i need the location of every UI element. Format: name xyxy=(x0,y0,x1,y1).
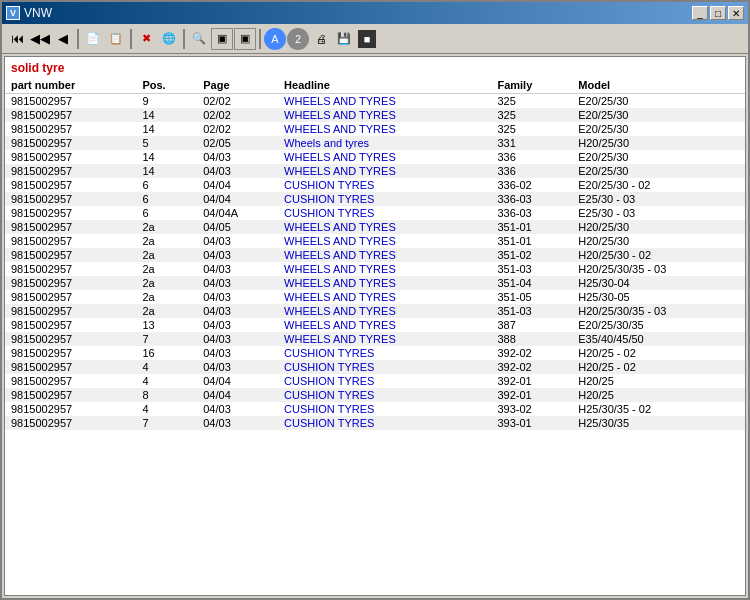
col-part-number: part number xyxy=(5,77,136,94)
cell-part: 9815002957 xyxy=(5,192,136,206)
cell-headline[interactable]: CUSHION TYRES xyxy=(278,416,491,430)
cell-model: H20/25/30 - 02 xyxy=(572,248,745,262)
cell-model: E20/25/30 xyxy=(572,108,745,122)
save-button[interactable]: 💾 xyxy=(333,28,355,50)
stop-button[interactable]: ■ xyxy=(358,30,376,48)
zoom2-button[interactable]: ▣ xyxy=(211,28,233,50)
at1-button[interactable]: A xyxy=(264,28,286,50)
cell-part: 9815002957 xyxy=(5,150,136,164)
table-row: 9815002957404/04CUSHION TYRES392-01H20/2… xyxy=(5,374,745,388)
cell-headline[interactable]: WHEELS AND TYRES xyxy=(278,248,491,262)
cell-pos: 6 xyxy=(136,192,197,206)
nav1-button[interactable]: 📄 xyxy=(82,28,104,50)
cell-model: H20/25/30 xyxy=(572,234,745,248)
table-row: 98150029572a04/03WHEELS AND TYRES351-03H… xyxy=(5,262,745,276)
table-header-row: part number Pos. Page Headline Family Mo… xyxy=(5,77,745,94)
cell-headline[interactable]: WHEELS AND TYRES xyxy=(278,220,491,234)
zoom1-button[interactable]: 🔍 xyxy=(188,28,210,50)
cell-family: 351-02 xyxy=(491,248,572,262)
cell-part: 9815002957 xyxy=(5,416,136,430)
cell-page: 04/03 xyxy=(197,164,278,178)
cell-part: 9815002957 xyxy=(5,346,136,360)
cell-headline[interactable]: WHEELS AND TYRES xyxy=(278,108,491,122)
separator-3 xyxy=(183,29,185,49)
close-button[interactable]: ✕ xyxy=(728,6,744,20)
cell-page: 04/03 xyxy=(197,248,278,262)
first-button[interactable]: ⏮ xyxy=(6,28,28,50)
cell-family: 351-03 xyxy=(491,262,572,276)
cell-page: 04/03 xyxy=(197,276,278,290)
at2-button[interactable]: 2 xyxy=(287,28,309,50)
table-row: 98150029571304/03WHEELS AND TYRES387E20/… xyxy=(5,318,745,332)
table-row: 98150029572a04/05WHEELS AND TYRES351-01H… xyxy=(5,220,745,234)
cell-page: 04/03 xyxy=(197,150,278,164)
cell-family: 351-03 xyxy=(491,304,572,318)
cell-model: E20/25/30 xyxy=(572,94,745,109)
cell-headline[interactable]: Wheels and tyres xyxy=(278,136,491,150)
prev-button[interactable]: ◀ xyxy=(52,28,74,50)
cell-page: 04/04 xyxy=(197,192,278,206)
main-window: V VNW _ □ ✕ ⏮ ◀◀ ◀ 📄 📋 ✖ 🌐 🔍 ▣ ▣ A 2 🖨 💾… xyxy=(0,0,750,600)
zoom3-button[interactable]: ▣ xyxy=(234,28,256,50)
cell-headline[interactable]: CUSHION TYRES xyxy=(278,360,491,374)
cell-headline[interactable]: CUSHION TYRES xyxy=(278,346,491,360)
maximize-button[interactable]: □ xyxy=(710,6,726,20)
cell-pos: 4 xyxy=(136,360,197,374)
cell-headline[interactable]: WHEELS AND TYRES xyxy=(278,332,491,346)
cell-pos: 2a xyxy=(136,290,197,304)
cell-headline[interactable]: WHEELS AND TYRES xyxy=(278,150,491,164)
table-row: 98150029571402/02WHEELS AND TYRES325E20/… xyxy=(5,122,745,136)
toolbar: ⏮ ◀◀ ◀ 📄 📋 ✖ 🌐 🔍 ▣ ▣ A 2 🖨 💾 ■ xyxy=(2,24,748,54)
cell-pos: 2a xyxy=(136,304,197,318)
title-bar-buttons: _ □ ✕ xyxy=(692,6,744,20)
minimize-button[interactable]: _ xyxy=(692,6,708,20)
nav2-button[interactable]: 📋 xyxy=(105,28,127,50)
cell-family: 392-02 xyxy=(491,346,572,360)
table-row: 9815002957902/02WHEELS AND TYRES325E20/2… xyxy=(5,94,745,109)
cell-headline[interactable]: CUSHION TYRES xyxy=(278,206,491,220)
cell-page: 02/02 xyxy=(197,108,278,122)
cell-headline[interactable]: WHEELS AND TYRES xyxy=(278,94,491,109)
cell-model: E35/40/45/50 xyxy=(572,332,745,346)
cell-headline[interactable]: WHEELS AND TYRES xyxy=(278,164,491,178)
tool2-button[interactable]: 🌐 xyxy=(158,28,180,50)
print-button[interactable]: 🖨 xyxy=(310,28,332,50)
cell-headline[interactable]: CUSHION TYRES xyxy=(278,402,491,416)
separator-4 xyxy=(259,29,261,49)
cell-model: H25/30-05 xyxy=(572,290,745,304)
cell-headline[interactable]: WHEELS AND TYRES xyxy=(278,262,491,276)
cell-headline[interactable]: WHEELS AND TYRES xyxy=(278,304,491,318)
prev-prev-button[interactable]: ◀◀ xyxy=(29,28,51,50)
cell-pos: 13 xyxy=(136,318,197,332)
cell-model: H25/30/35 - 02 xyxy=(572,402,745,416)
cell-part: 9815002957 xyxy=(5,290,136,304)
cell-headline[interactable]: CUSHION TYRES xyxy=(278,374,491,388)
cell-family: 351-01 xyxy=(491,234,572,248)
cell-headline[interactable]: WHEELS AND TYRES xyxy=(278,290,491,304)
cell-pos: 14 xyxy=(136,150,197,164)
title-bar-left: V VNW xyxy=(6,6,52,20)
cell-model: H25/30/35 xyxy=(572,416,745,430)
cell-pos: 2a xyxy=(136,234,197,248)
cell-pos: 2a xyxy=(136,276,197,290)
cell-model: H20/25 xyxy=(572,388,745,402)
cell-model: E20/25/30 xyxy=(572,122,745,136)
cell-family: 351-04 xyxy=(491,276,572,290)
cell-headline[interactable]: WHEELS AND TYRES xyxy=(278,318,491,332)
cell-headline[interactable]: WHEELS AND TYRES xyxy=(278,234,491,248)
cell-part: 9815002957 xyxy=(5,220,136,234)
cell-headline[interactable]: CUSHION TYRES xyxy=(278,388,491,402)
cell-headline[interactable]: CUSHION TYRES xyxy=(278,192,491,206)
cell-family: 392-01 xyxy=(491,374,572,388)
cell-family: 392-02 xyxy=(491,360,572,374)
cell-part: 9815002957 xyxy=(5,360,136,374)
cell-pos: 7 xyxy=(136,332,197,346)
cell-model: E20/25/30 - 02 xyxy=(572,178,745,192)
cell-headline[interactable]: CUSHION TYRES xyxy=(278,178,491,192)
cell-headline[interactable]: WHEELS AND TYRES xyxy=(278,276,491,290)
cell-headline[interactable]: WHEELS AND TYRES xyxy=(278,122,491,136)
tool1-button[interactable]: ✖ xyxy=(135,28,157,50)
cell-pos: 14 xyxy=(136,122,197,136)
table-row: 98150029572a04/03WHEELS AND TYRES351-04H… xyxy=(5,276,745,290)
cell-page: 04/04 xyxy=(197,374,278,388)
